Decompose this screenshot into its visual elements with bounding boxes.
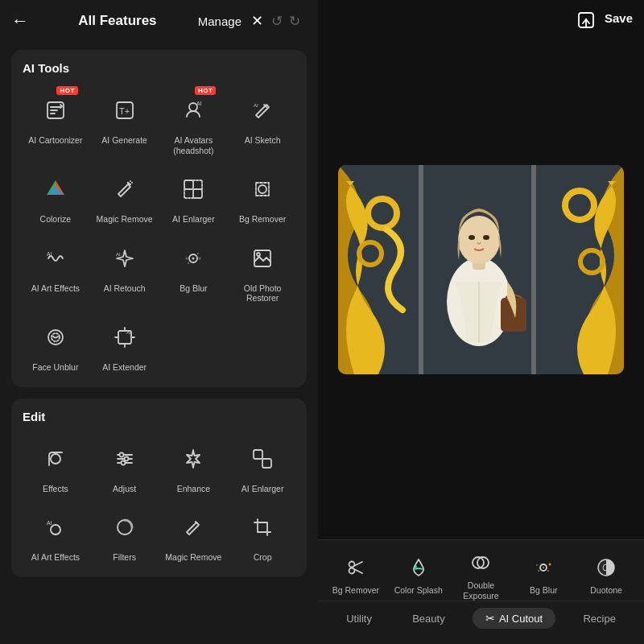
duotone-icon <box>592 553 621 582</box>
tool-ai-avatars[interactable]: AI HOT AI Avatars (headshot) <box>161 86 227 159</box>
svg-point-32 <box>121 460 125 464</box>
svg-point-11 <box>258 185 266 193</box>
svg-rect-33 <box>254 450 262 459</box>
features-scroll-area[interactable]: AI Tools HOT AI Cartoonizer T+ AI Genera… <box>0 42 318 644</box>
export-button[interactable] <box>577 11 595 33</box>
bg-blur-strip-icon <box>529 553 558 582</box>
svg-point-60 <box>549 564 551 566</box>
tool-crop[interactable]: Crop <box>229 503 295 566</box>
ai-tools-section: AI Tools HOT AI Cartoonizer T+ AI Genera… <box>11 50 307 387</box>
tool-strip-row: Bg Remover Color Splash <box>318 540 644 601</box>
svg-point-26 <box>51 454 60 464</box>
strip-bg-remover-label: Bg Remover <box>332 585 379 596</box>
svg-rect-10 <box>193 189 202 198</box>
strip-double-exposure[interactable]: Double Exposure <box>455 548 506 601</box>
svg-point-6 <box>130 184 131 185</box>
scissors-nav-icon: ✂ <box>485 612 495 625</box>
nav-recipe-label: Recipe <box>583 613 615 625</box>
svg-rect-46 <box>531 165 536 374</box>
tool-effects[interactable]: Effects <box>23 435 89 497</box>
edit-title: Edit <box>23 410 295 423</box>
tool-magic-remove[interactable]: Magic Remove <box>92 165 158 228</box>
svg-point-30 <box>119 452 123 456</box>
ai-tools-title: AI Tools <box>23 61 295 75</box>
svg-point-59 <box>543 567 544 568</box>
color-splash-icon <box>404 553 433 582</box>
strip-bg-blur-label: Bg Blur <box>530 585 557 596</box>
tool-ai-cartoonizer[interactable]: HOT AI Cartoonizer <box>23 86 89 159</box>
header: ← All Features Manage ✕ ↺ ↻ <box>0 0 318 42</box>
svg-point-62 <box>538 570 539 572</box>
tool-ai-art-effects[interactable]: AI AI Art Effects <box>23 234 89 307</box>
svg-rect-9 <box>184 180 193 189</box>
double-exposure-icon <box>466 548 495 577</box>
edit-tools-grid: Effects Adjust Enhance <box>23 435 295 566</box>
back-button[interactable]: ← <box>11 10 29 31</box>
svg-text:AI: AI <box>196 101 202 106</box>
left-panel: ← All Features Manage ✕ ↺ ↻ AI Tools HOT… <box>0 0 318 644</box>
top-right-icons: Save <box>577 11 633 33</box>
svg-point-36 <box>51 525 60 535</box>
page-title: All Features <box>37 13 198 29</box>
tool-face-unblur[interactable]: Face Unblur <box>23 313 89 376</box>
tool-adjust[interactable]: Adjust <box>92 435 158 497</box>
tool-ai-sketch[interactable]: AI AI Sketch <box>229 86 295 159</box>
ai-tools-grid: HOT AI Cartoonizer T+ AI Generate AI HOT <box>23 86 295 376</box>
svg-point-8 <box>130 180 131 182</box>
tool-magic-remove-edit[interactable]: Magic Remove <box>161 503 227 566</box>
undo-button[interactable]: ↺ <box>271 13 283 30</box>
tool-enhance[interactable]: Enhance <box>161 435 227 497</box>
tool-ai-enlarger-edit[interactable]: AI Enlarger <box>229 435 295 497</box>
svg-point-21 <box>257 253 260 256</box>
svg-point-51 <box>483 235 489 240</box>
tool-ai-enlarger[interactable]: AI Enlarger <box>161 165 227 228</box>
scissors-icon <box>341 553 370 582</box>
svg-point-17 <box>188 262 189 264</box>
svg-point-7 <box>131 182 133 184</box>
svg-point-49 <box>458 216 500 264</box>
svg-text:AI: AI <box>126 330 131 335</box>
save-button[interactable]: Save <box>605 11 633 33</box>
svg-point-63 <box>536 564 538 566</box>
tool-old-photo-restorer[interactable]: Old Photo Restorer <box>229 234 295 307</box>
nav-beauty-label: Beauty <box>412 613 444 625</box>
svg-point-19 <box>186 257 188 259</box>
tool-ai-retouch[interactable]: AI AI Retouch <box>92 234 158 307</box>
svg-point-61 <box>547 570 549 572</box>
strip-duotone[interactable]: Duotone <box>580 553 632 596</box>
right-panel: Save <box>318 0 644 644</box>
nav-ai-cutout-label: AI Cutout <box>499 613 543 625</box>
svg-text:AI: AI <box>254 103 258 108</box>
strip-bg-remover[interactable]: Bg Remover <box>330 553 382 596</box>
manage-button[interactable]: Manage <box>198 14 242 28</box>
nav-beauty[interactable]: Beauty <box>399 609 457 629</box>
svg-point-55 <box>414 565 417 568</box>
tool-filters[interactable]: Filters <box>92 503 158 566</box>
nav-recipe[interactable]: Recipe <box>570 609 628 629</box>
tool-ai-generate[interactable]: T+ AI Generate <box>92 86 158 159</box>
nav-utility[interactable]: Utility <box>333 609 385 629</box>
bottom-strip: Bg Remover Color Splash <box>318 539 644 644</box>
strip-bg-blur[interactable]: Bg Blur <box>518 553 569 596</box>
nav-ai-cutout[interactable]: ✂ AI Cutout <box>473 608 555 629</box>
tool-colorize[interactable]: Colorize <box>23 165 89 228</box>
svg-text:AI: AI <box>116 252 121 257</box>
bottom-nav: Utility Beauty ✂ AI Cutout Recipe <box>318 601 644 635</box>
tool-bg-remover[interactable]: Bg Remover <box>229 165 295 228</box>
svg-point-15 <box>192 257 195 259</box>
tool-ai-art-effects-edit[interactable]: AI AI Art Effects <box>23 503 89 566</box>
image-area: Save <box>318 0 644 539</box>
strip-color-splash[interactable]: Color Splash <box>393 553 444 596</box>
svg-point-31 <box>124 456 128 460</box>
close-button[interactable]: ✕ <box>251 12 263 30</box>
redo-button[interactable]: ↻ <box>289 13 300 30</box>
svg-point-50 <box>469 235 475 240</box>
tool-bg-blur[interactable]: Bg Blur <box>161 234 227 307</box>
svg-point-16 <box>197 253 199 254</box>
strip-double-exposure-label: Double Exposure <box>463 580 498 601</box>
tool-ai-extender[interactable]: AI AI Extender <box>92 313 158 376</box>
photo-preview <box>338 165 624 374</box>
svg-text:AI: AI <box>47 520 52 526</box>
svg-text:T+: T+ <box>119 106 130 116</box>
svg-point-18 <box>199 257 201 259</box>
